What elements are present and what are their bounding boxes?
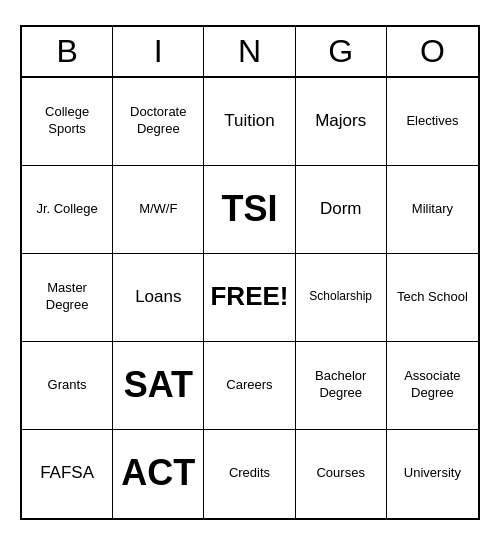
bingo-grid: College SportsDoctorate DegreeTuitionMaj… xyxy=(22,78,478,518)
bingo-cell: Grants xyxy=(22,342,113,430)
bingo-cell: Scholarship xyxy=(296,254,387,342)
bingo-cell: SAT xyxy=(113,342,204,430)
bingo-cell: College Sports xyxy=(22,78,113,166)
bingo-cell: M/W/F xyxy=(113,166,204,254)
bingo-cell: FAFSA xyxy=(22,430,113,518)
bingo-cell: Electives xyxy=(387,78,478,166)
bingo-cell: Dorm xyxy=(296,166,387,254)
bingo-cell: Courses xyxy=(296,430,387,518)
header-letter: B xyxy=(22,27,113,76)
bingo-cell: Tuition xyxy=(204,78,295,166)
bingo-cell: FREE! xyxy=(204,254,295,342)
bingo-cell: Loans xyxy=(113,254,204,342)
header-letter: N xyxy=(204,27,295,76)
bingo-cell: Jr. College xyxy=(22,166,113,254)
header-letter: I xyxy=(113,27,204,76)
bingo-cell: University xyxy=(387,430,478,518)
bingo-cell: ACT xyxy=(113,430,204,518)
bingo-cell: Careers xyxy=(204,342,295,430)
header-letter: G xyxy=(296,27,387,76)
bingo-cell: Tech School xyxy=(387,254,478,342)
bingo-card: BINGO College SportsDoctorate DegreeTuit… xyxy=(20,25,480,520)
bingo-cell: Credits xyxy=(204,430,295,518)
header-letter: O xyxy=(387,27,478,76)
bingo-cell: Bachelor Degree xyxy=(296,342,387,430)
bingo-cell: Master Degree xyxy=(22,254,113,342)
bingo-cell: Doctorate Degree xyxy=(113,78,204,166)
bingo-cell: Military xyxy=(387,166,478,254)
bingo-cell: Majors xyxy=(296,78,387,166)
bingo-cell: TSI xyxy=(204,166,295,254)
bingo-header: BINGO xyxy=(22,27,478,78)
bingo-cell: Associate Degree xyxy=(387,342,478,430)
